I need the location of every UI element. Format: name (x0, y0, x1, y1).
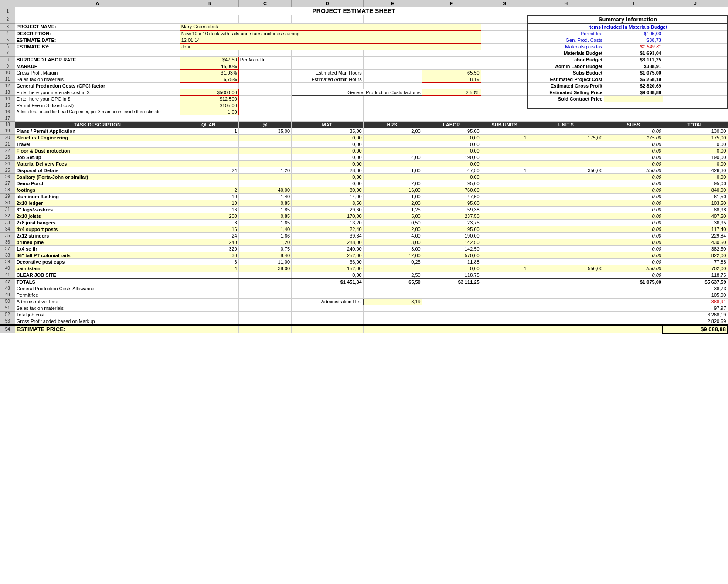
row-37-labor: 142,50 (422, 245, 481, 252)
mat-cost-value[interactable]: $500 000 (180, 89, 238, 95)
row-14-c (238, 95, 291, 102)
row-28-at: 40,00 (238, 187, 291, 193)
labor-rate-value[interactable]: $47,50 (180, 56, 238, 63)
row-36-task: primed pine (15, 239, 180, 245)
row-29-total: 61,50 (663, 193, 728, 200)
row-27-quan (180, 180, 238, 187)
row-36-at: 1,20 (238, 239, 291, 245)
row-22-at (238, 147, 291, 154)
row-9-j (663, 63, 728, 69)
row-15-c (238, 102, 291, 109)
row-52-num: 52 (0, 311, 15, 318)
admin-hrs-row-value[interactable]: 8,19 (363, 298, 422, 305)
row-25-num: 25 (0, 167, 15, 173)
row-33-total: 36,95 (663, 219, 728, 226)
row-15-g (481, 102, 528, 109)
sales-tax-value[interactable]: 6,75% (180, 76, 238, 82)
by-value[interactable]: John (180, 43, 481, 50)
est-admin-hrs-value[interactable]: 8,19 (422, 76, 481, 82)
row-37-quan: 320 (180, 245, 238, 252)
row-52-g (481, 311, 528, 318)
row-33-hrs: 0,50 (363, 219, 422, 226)
row-51-d (292, 305, 364, 311)
row-10-c (238, 69, 291, 76)
row-31-total: 88,98 (663, 206, 728, 213)
gpc-allowance-label: General Production Costs Allowance (15, 285, 180, 292)
row-1-h (528, 7, 604, 15)
row-33-task: 2x8 joist hangers (15, 219, 180, 226)
row-41-sub-units (481, 272, 528, 278)
row-51-num: 51 (0, 305, 15, 311)
row-20-labor: 0,00 (422, 134, 481, 141)
row-13-j (663, 89, 728, 95)
row-37-total: 382,50 (663, 245, 728, 252)
summary-sold-contract-label: Sold Contract Price (528, 95, 604, 102)
row-25-unit-s: 350,00 (528, 167, 604, 173)
row-13-g (481, 89, 528, 95)
totals-total: $5 637,59 (663, 278, 728, 285)
row-33-num: 33 (0, 219, 15, 226)
summary-mat-budget-value: $1 693,04 (604, 50, 663, 56)
row-52-h (528, 311, 604, 318)
row-12-d (292, 82, 364, 89)
row-20-total: 175,00 (663, 134, 728, 141)
summary-est-project-value: $6 268,19 (604, 76, 663, 82)
row-35-unit-s (528, 232, 604, 239)
project-name-value[interactable]: Mary Green deck (180, 24, 481, 31)
row-27-unit-s (528, 180, 604, 187)
row-22-num: 22 (0, 147, 15, 154)
row-24-labor: 0,00 (422, 160, 481, 167)
date-value[interactable]: 12.01.14 (180, 37, 481, 43)
gpc-factor-label: General Production Costs factor is (292, 89, 422, 95)
admin-hrs-value[interactable]: 1,00 (180, 109, 238, 115)
row-12-g (481, 82, 528, 89)
desc-value[interactable]: New 10 x 10 deck with rails and stairs, … (180, 30, 481, 37)
row-49-b (180, 292, 238, 298)
row-5-j (663, 37, 728, 43)
row-9-f (422, 63, 481, 69)
gross-profit-value[interactable]: 31,03% (180, 69, 238, 76)
row-8-d (292, 56, 364, 63)
row-40-mat: 152,00 (292, 265, 364, 272)
gpc-cost-value[interactable]: $12 500 (180, 95, 238, 102)
markup-label: MARKUP (15, 63, 180, 69)
row-19-quan: 1 (180, 128, 238, 134)
row-21-mat: 0,00 (292, 141, 364, 147)
row-20-quan (180, 134, 238, 141)
row-9-c (238, 63, 291, 69)
summary-permit-value: $105,00 (604, 30, 663, 37)
row-16-num: 16 (0, 109, 15, 115)
th-mat: MAT. (292, 121, 364, 128)
row-22-task: Floor & Dust protection (15, 147, 180, 154)
row-30-hrs: 2,00 (363, 200, 422, 206)
row-12-f (422, 82, 481, 89)
row-52-c (238, 311, 291, 318)
row-7-a (15, 50, 180, 56)
row-23-total: 190,00 (663, 154, 728, 160)
row-38-num: 38 (0, 252, 15, 258)
row-7-g (481, 50, 528, 56)
row-26-total: 0,00 (663, 173, 728, 180)
summary-sold-contract-value[interactable] (604, 95, 663, 102)
th-unit-s: UNIT $ (528, 121, 604, 128)
row-54-c (238, 325, 291, 333)
row-39-at: 11,00 (238, 258, 291, 265)
row-41-subs: 0,00 (604, 272, 663, 278)
row-23-subs: 0,00 (604, 154, 663, 160)
markup-value[interactable]: 45,00% (180, 63, 238, 69)
gpc-cost-label: Enter here your GPC in $ (15, 95, 180, 102)
row-40-labor: 0,00 (422, 265, 481, 272)
row-24-quan (180, 160, 238, 167)
row-10-j (663, 69, 728, 76)
row-17-g (481, 115, 528, 121)
row-40-sub-units: 1 (481, 265, 528, 272)
row-24-subs: 0,00 (604, 160, 663, 167)
sales-tax-row-label: Sales tax on materials (15, 305, 180, 311)
row-49-h (528, 292, 604, 298)
est-man-hrs-value[interactable]: 65,50 (422, 69, 481, 76)
row-22-quan (180, 147, 238, 154)
row-23-at (238, 154, 291, 160)
row-1-a (15, 7, 180, 15)
gpc-factor-value[interactable]: 2,50% (422, 89, 481, 95)
permit-fee-value[interactable]: $105,00 (180, 102, 238, 109)
